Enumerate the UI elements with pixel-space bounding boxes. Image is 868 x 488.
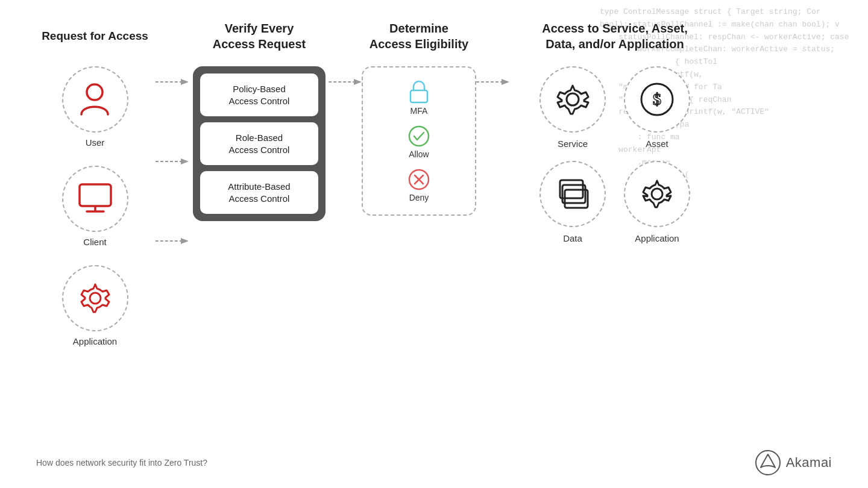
application-access-gear-icon xyxy=(639,176,675,212)
svg-point-20 xyxy=(567,93,579,105)
arrow-eligibility-access xyxy=(476,24,512,88)
svg-marker-10 xyxy=(181,238,189,244)
svg-rect-24 xyxy=(562,185,585,203)
client-label: Client xyxy=(83,237,106,247)
lock-icon xyxy=(408,80,430,104)
akamai-icon xyxy=(755,449,781,476)
allow-label: Allow xyxy=(409,149,429,159)
service-item: Service xyxy=(539,66,606,149)
bottom-bar: How does network security fit into Zero … xyxy=(36,449,832,476)
data-label: Data xyxy=(563,233,582,243)
svg-rect-13 xyxy=(410,90,427,102)
col3-heading: Determine Access Eligibility xyxy=(370,19,469,53)
asset-dollar-icon: $ xyxy=(638,80,677,119)
svg-text:$: $ xyxy=(653,90,661,108)
mfa-item: MFA xyxy=(408,80,430,116)
requestor-application: Application xyxy=(62,265,128,346)
col-verify: Verify Every Access Request Policy-Based… xyxy=(190,24,329,221)
user-circle xyxy=(62,66,128,133)
policy-based-item: Policy-Based Access Control xyxy=(200,74,318,116)
app-circle xyxy=(62,265,128,331)
service-label: Service xyxy=(558,139,588,149)
check-icon xyxy=(408,125,430,147)
service-gear-icon xyxy=(553,80,593,119)
application-gear-icon xyxy=(77,280,113,316)
user-label: User xyxy=(86,137,105,148)
bottom-text: How does network security fit into Zero … xyxy=(36,458,207,468)
svg-point-4 xyxy=(90,293,101,304)
svg-point-0 xyxy=(87,84,102,100)
svg-rect-1 xyxy=(80,184,111,206)
svg-point-26 xyxy=(652,189,662,199)
akamai-text: Akamai xyxy=(786,455,832,471)
user-icon xyxy=(78,81,112,117)
client-circle xyxy=(62,166,128,232)
mfa-label: MFA xyxy=(410,106,428,116)
svg-marker-6 xyxy=(181,79,189,85)
allow-item: Allow xyxy=(408,125,430,159)
data-circle xyxy=(539,161,606,227)
requestor-client: Client xyxy=(62,166,128,247)
main-content: Request for Access User xyxy=(0,0,868,488)
svg-marker-19 xyxy=(502,79,509,85)
asset-circle: $ xyxy=(624,66,690,133)
requestors-list: User Client xyxy=(62,66,128,346)
monitor-icon xyxy=(77,183,113,214)
application-item: Application xyxy=(624,161,690,243)
svg-marker-12 xyxy=(354,79,362,85)
application-label: Application xyxy=(73,336,117,346)
asset-label: Asset xyxy=(646,139,668,149)
asset-item: $ Asset xyxy=(624,66,690,149)
col-request: Request for Access User xyxy=(36,24,154,346)
svg-marker-8 xyxy=(181,158,189,164)
verify-box: Policy-Based Access Control Role-Based A… xyxy=(193,66,326,221)
svg-point-14 xyxy=(409,127,429,146)
deny-icon xyxy=(408,169,430,190)
arrow-verify-eligibility xyxy=(329,24,362,88)
data-layers-icon xyxy=(556,177,590,211)
requestor-user: User xyxy=(62,66,128,148)
deny-label: Deny xyxy=(409,193,429,202)
application-circle xyxy=(624,161,690,227)
arrow-client-verify xyxy=(156,155,189,167)
arrow-user-verify xyxy=(156,76,189,88)
col4-heading: Access to Service, Asset, Data, and/or A… xyxy=(542,19,688,53)
service-circle xyxy=(539,66,606,133)
col2-heading: Verify Every Access Request xyxy=(213,19,306,53)
akamai-logo: Akamai xyxy=(755,449,832,476)
application-access-label: Application xyxy=(635,233,679,243)
col-access: Access to Service, Asset, Data, and/or A… xyxy=(512,24,717,243)
attribute-based-item: Attribute-Based Access Control xyxy=(200,171,318,214)
arrow-app-verify xyxy=(156,235,189,247)
arrows-col1-col2 xyxy=(154,24,190,247)
access-grid: Service $ Asset xyxy=(533,66,696,243)
deny-item: Deny xyxy=(408,169,430,202)
col1-heading: Request for Access xyxy=(42,19,148,53)
col-eligibility: Determine Access Eligibility MFA xyxy=(362,24,476,216)
data-item: Data xyxy=(539,161,606,243)
eligibility-box: MFA Allow Deny xyxy=(362,66,476,216)
role-based-item: Role-Based Access Control xyxy=(200,122,318,165)
